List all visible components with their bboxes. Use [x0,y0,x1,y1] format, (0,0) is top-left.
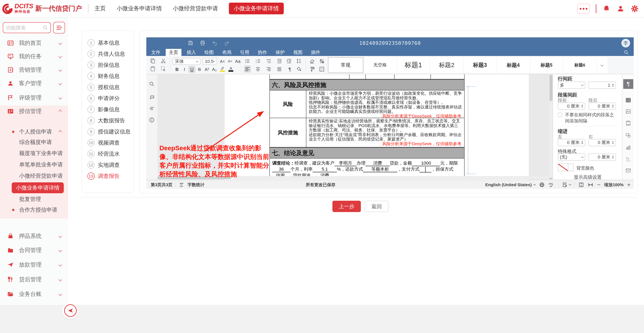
headings-nav-icon[interactable] [149,106,154,111]
nav-tab-home[interactable]: 主页 [94,5,106,12]
v-scroll-thumb[interactable] [550,75,552,101]
line-spacing-mode-select[interactable]: 多 [558,82,585,89]
sidebar-item-contracts[interactable]: 合同管理 [0,244,68,256]
zoom-out-button[interactable]: − [597,183,600,187]
no-gap-checkbox[interactable] [558,113,562,117]
eraser-icon[interactable] [310,58,315,64]
copy-icon[interactable] [150,58,156,64]
menu-tab-insert[interactable]: 插入 [184,49,199,56]
notification-bell-icon[interactable] [602,5,610,13]
step-survey-report-active[interactable]: 13调查报告 [82,171,134,182]
shapes-tab-icon[interactable] [623,130,633,140]
sidebar-item-under-limit[interactable]: 额度项下业务申请 [0,147,68,159]
field-term[interactable]: 36 [272,167,290,172]
editor-search-icon[interactable] [624,50,629,55]
step-bigdata[interactable]: 8大数据报告 [82,115,134,126]
track-changes-button[interactable] [562,182,571,187]
save-icon[interactable] [188,40,193,46]
highlight-color-icon[interactable] [219,66,226,73]
style-colors-icon[interactable] [319,58,324,64]
cut-icon[interactable] [160,58,166,64]
fit-width-icon[interactable] [588,182,593,188]
undo-icon[interactable] [212,40,218,46]
superscript-icon[interactable]: A² [204,66,210,73]
search-input[interactable] [6,25,43,31]
special-format-stepper[interactable]: 0 厘米 [588,153,616,161]
nav-tab-active[interactable]: 小微业务申请详情 [229,3,284,14]
sidebar-item-post-loan[interactable]: 贷后管理 [0,274,68,285]
style-heading6[interactable]: 标题6 [563,57,596,73]
style-heading4[interactable]: 标题4 [496,57,530,73]
strikethrough-icon[interactable]: S [196,66,203,73]
bold-icon[interactable]: B [174,66,180,73]
step-imaging[interactable]: 7影像信息 [82,104,134,115]
info-icon[interactable] [149,117,154,123]
menu-tab-collab[interactable]: 协作 [254,49,270,56]
textart-tab-icon[interactable]: Ta [623,154,633,164]
conclusion-block[interactable]: 调查结论：经调查，建议为客户李明月办理消费贷款，金额1000元，期限36个月，利… [270,159,464,178]
change-case-icon[interactable]: Aa [234,58,241,65]
font-color-icon[interactable]: A [228,66,234,73]
sidebar-item-business-ledger[interactable]: 业务台账 [0,288,68,300]
comments-icon[interactable] [149,94,154,100]
sidebar-item-disbursement[interactable]: 放款管理 [0,259,68,271]
step-scoring[interactable]: 6申请评分 [82,93,134,104]
sidebar-item-approval-mgmt[interactable]: 批复管理 [0,193,68,205]
vertical-scrollbar[interactable] [549,74,552,180]
justify-icon[interactable] [277,67,282,72]
settings-gear-icon[interactable] [631,5,639,13]
menu-tab-plugins[interactable]: 插件 [308,49,324,56]
align-center-icon[interactable] [255,67,260,72]
background-color-swatch[interactable] [558,164,568,171]
numbered-list-icon[interactable]: 123 [255,58,261,64]
table-tab-icon[interactable] [623,95,633,105]
indent-right-stepper[interactable]: 0 厘米 [588,139,616,146]
increase-indent-icon[interactable] [286,58,292,64]
sidebar-item-micro-loan-apply[interactable]: 小微经营贷款申请 [0,170,68,182]
pilcrow-icon[interactable]: ¶ [286,66,293,73]
header-footer-tab-icon[interactable] [623,118,633,128]
nav-tab-micro-loan[interactable]: 小微经营贷款申请 [173,5,218,12]
spacing-before-stepper[interactable]: 0 厘米 [558,103,585,110]
align-right-icon[interactable] [266,67,271,72]
paste-icon[interactable] [150,66,156,72]
previous-step-button[interactable]: 上一步 [332,201,361,212]
line-spacing-icon[interactable] [296,58,302,64]
sidebar-item-my-tasks[interactable]: 我的任务 [0,51,68,62]
decrease-indent-icon[interactable] [277,58,282,64]
decrease-font-icon[interactable]: A˅ [227,58,234,65]
image-tab-icon[interactable] [623,107,633,116]
sidebar-item-rating[interactable]: 评级管理 [0,92,68,104]
advanced-settings-link[interactable]: 显示高级设置 [553,174,622,180]
menu-tab-refs[interactable]: 引用 [237,49,252,56]
increase-font-icon[interactable]: A˄ [219,58,226,65]
sidebar-item-customers[interactable]: 客户管理 [0,78,68,89]
bullet-list-icon[interactable] [244,58,250,64]
sidebar-collapse-button[interactable] [64,304,77,317]
fit-page-icon[interactable] [578,182,584,188]
italic-icon[interactable]: I [181,66,188,73]
avatar[interactable]: 李 [622,39,630,48]
zoom-level[interactable]: 缩放100% [604,182,624,188]
select-icon[interactable] [160,66,166,72]
paragraph-tab-icon[interactable]: ¶ [623,79,633,89]
field-loan-kind[interactable]: 消费 [366,161,390,166]
step-guarantee[interactable]: 3担保信息 [82,60,134,71]
spellcheck-icon[interactable]: ABC [548,182,555,188]
style-heading1[interactable]: 标题1 [396,57,430,73]
sidebar-item-credit[interactable]: 授信管理 [0,105,68,117]
spacing-after-stepper[interactable]: 0 厘米 [588,103,616,110]
redo-icon[interactable] [224,40,230,46]
sidebar-item-marketing[interactable]: 营销管理 [0,64,68,76]
back-button[interactable]: 返回 [365,201,388,212]
word-count-button[interactable]: 字数统计 [188,182,204,188]
mail-merge-tab-icon[interactable] [623,166,633,175]
more-actions-button[interactable] [577,4,590,14]
find-icon[interactable] [149,81,154,87]
step-credit-advice[interactable]: 9授信建议信息 [82,126,134,137]
shading-icon[interactable] [296,67,301,72]
step-field-survey[interactable]: 12实地调查 [82,160,134,170]
menu-tab-draw[interactable]: 绘图 [201,49,217,56]
background-color-dropdown-icon[interactable] [568,164,574,171]
print-icon[interactable] [200,40,206,46]
